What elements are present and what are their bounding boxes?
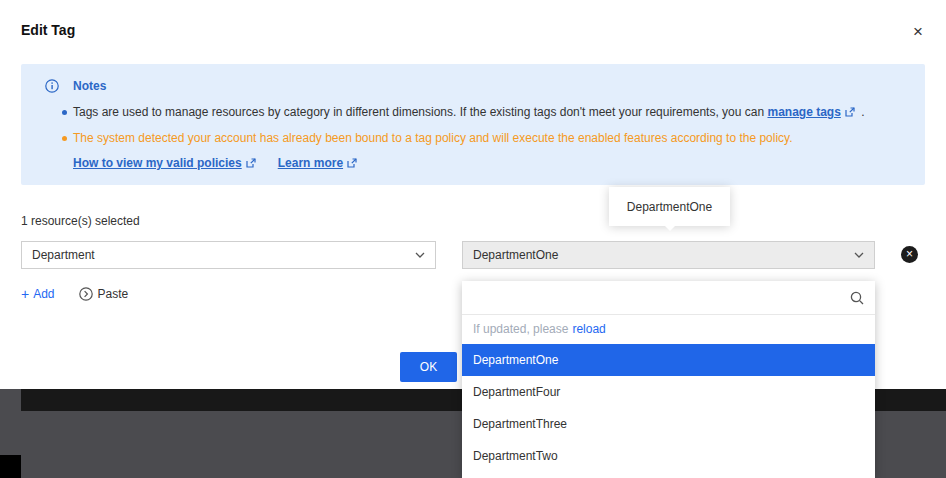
tag-key-select[interactable]: Department [21, 241, 436, 269]
external-link-icon [845, 106, 855, 121]
paste-button[interactable]: Paste [79, 287, 129, 301]
external-link-icon [246, 157, 256, 171]
bullet-dot [62, 136, 67, 141]
note-text-1-suffix: . [861, 105, 864, 119]
background-corner [0, 455, 21, 478]
chevron-down-icon [854, 252, 864, 258]
value-dropdown-panel: If updated, pleasereload DepartmentOne D… [462, 281, 875, 478]
value-tooltip-text: DepartmentOne [627, 200, 712, 214]
dropdown-option[interactable]: DepartmentThree [462, 408, 875, 440]
hint-text: If updated, please [473, 322, 568, 336]
note-line-2: The system detected your account has alr… [21, 131, 925, 146]
dialog-title: Edit Tag [21, 22, 75, 38]
valid-policies-link[interactable]: How to view my valid policies [73, 156, 256, 171]
paste-label: Paste [98, 287, 129, 301]
dropdown-hint: If updated, pleasereload [462, 315, 875, 344]
dropdown-search-input[interactable] [462, 281, 875, 314]
add-tag-button[interactable]: + Add [21, 287, 55, 301]
add-label: Add [33, 287, 54, 301]
search-icon [849, 290, 865, 309]
external-link-icon [347, 157, 357, 171]
remove-tag-button[interactable]: × [901, 246, 918, 263]
value-tooltip: DepartmentOne [609, 187, 730, 226]
dropdown-option[interactable]: DepartmentFour [462, 376, 875, 408]
resource-summary: 1 resource(s) selected [21, 214, 140, 228]
manage-tags-link[interactable]: manage tags [767, 105, 854, 119]
note-text-2: The system detected your account has alr… [73, 131, 793, 145]
tag-actions-row: + Add Paste [21, 287, 128, 301]
dropdown-option[interactable]: DepartmentOne [462, 344, 875, 376]
notes-title: Notes [73, 79, 106, 93]
chevron-down-icon [415, 252, 425, 258]
notes-header: Notes [21, 79, 925, 93]
note-text-1: Tags are used to manage resources by cat… [73, 105, 764, 119]
ok-button[interactable]: OK [400, 352, 457, 382]
reload-link[interactable]: reload [572, 322, 605, 336]
notes-links-row: How to view my valid policies Learn more [21, 156, 925, 171]
tooltip-caret [665, 226, 675, 231]
bullet-dot [62, 110, 67, 115]
paste-icon [79, 287, 93, 301]
plus-icon: + [21, 288, 29, 300]
learn-more-link[interactable]: Learn more [278, 156, 357, 171]
close-icon[interactable]: × [906, 20, 930, 44]
notes-panel: Notes Tags are used to manage resources … [21, 64, 925, 185]
note-line-1: Tags are used to manage resources by cat… [21, 105, 925, 121]
info-icon [45, 79, 59, 93]
tag-value-select[interactable]: DepartmentOne [462, 241, 875, 269]
tag-key-value: Department [32, 248, 95, 262]
edit-tag-dialog: Edit Tag × Notes Tags are used to manage… [0, 0, 946, 478]
tag-value: DepartmentOne [473, 248, 558, 262]
dropdown-option[interactable]: DepartmentTwo [462, 440, 875, 472]
dropdown-search-row [462, 281, 875, 315]
